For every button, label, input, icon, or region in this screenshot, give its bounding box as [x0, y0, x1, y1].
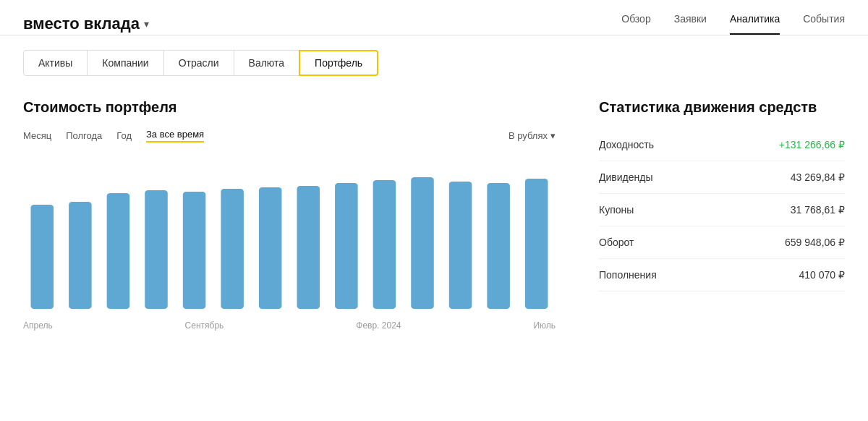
bar-12: [449, 182, 472, 309]
tab-активы[interactable]: Активы: [23, 50, 88, 76]
x-axis-label-3: Июль: [533, 320, 556, 331]
tab-валюта[interactable]: Валюта: [234, 50, 300, 76]
currency-selector[interactable]: В рублях ▾: [509, 130, 556, 141]
header-left: вместо вклада ▾: [23, 14, 149, 33]
nav-item-аналитика[interactable]: Аналитика: [730, 13, 780, 35]
portfolio-section-title: Стоимость портфеля: [23, 99, 556, 116]
time-filter-год[interactable]: Год: [116, 130, 132, 141]
bar-6: [221, 189, 244, 309]
stats-row: Доходность+131 266,66 ₽: [599, 129, 845, 161]
stats-row: Пополнения410 070 ₽: [599, 259, 845, 292]
currency-label: В рублях: [509, 130, 548, 141]
x-axis-label-0: Апрель: [23, 320, 53, 331]
stats-value: 43 269,84 ₽: [791, 171, 845, 183]
bar-14: [525, 179, 548, 309]
stats-label: Пополнения: [599, 269, 657, 281]
header: вместо вклада ▾ ОбзорЗаявкиАналитикаСобы…: [0, 0, 868, 35]
time-filter-полгода[interactable]: Полгода: [66, 130, 102, 141]
time-filter-bar: МесяцПолгодаГодЗа все время В рублях ▾: [23, 129, 556, 143]
nav-item-события[interactable]: События: [803, 13, 845, 35]
tab-компании[interactable]: Компании: [87, 50, 163, 76]
portfolio-title: вместо вклада: [23, 14, 140, 33]
bar-3: [107, 193, 130, 309]
x-axis-label-2: Февр. 2024: [356, 320, 401, 331]
tabs-bar: АктивыКомпанииОтраслиВалютаПортфель: [0, 35, 868, 76]
nav-item-обзор[interactable]: Обзор: [621, 13, 650, 35]
bar-2: [69, 202, 92, 309]
stats-value: +131 266,66 ₽: [779, 139, 845, 150]
portfolio-chart: [23, 157, 556, 316]
main-content: Стоимость портфеля МесяцПолгодаГодЗа все…: [0, 76, 868, 331]
stats-label: Дивиденды: [599, 171, 652, 183]
currency-chevron-icon: ▾: [550, 130, 556, 141]
stats-label: Купоны: [599, 204, 634, 216]
bar-8: [297, 186, 320, 309]
stats-label: Доходность: [599, 139, 654, 150]
stats-section-title: Статистика движения средств: [599, 99, 845, 116]
x-axis-label-1: Сентябрь: [185, 320, 224, 331]
bar-11: [411, 177, 434, 309]
stats-row: Купоны31 768,61 ₽: [599, 194, 845, 226]
tab-портфель[interactable]: Портфель: [299, 50, 378, 76]
bar-13: [487, 183, 510, 309]
stats-row: Оборот659 948,06 ₽: [599, 226, 845, 259]
bar-chart-svg: [23, 157, 556, 316]
right-panel: Статистика движения средств Доходность+1…: [599, 99, 845, 331]
chevron-down-icon[interactable]: ▾: [144, 18, 149, 30]
stats-value: 31 768,61 ₽: [791, 204, 845, 216]
stats-value: 659 948,06 ₽: [785, 237, 845, 248]
stats-label: Оборот: [599, 237, 634, 248]
bar-9: [335, 183, 358, 309]
bar-1: [31, 205, 54, 309]
stats-row: Дивиденды43 269,84 ₽: [599, 161, 845, 194]
time-filter-за-все-время[interactable]: За все время: [146, 129, 204, 143]
bar-5: [183, 192, 206, 309]
bar-7: [259, 187, 282, 309]
header-nav: ОбзорЗаявкиАналитикаСобытия: [621, 13, 845, 35]
x-axis-labels: АпрельСентябрьФевр. 2024Июль: [23, 316, 556, 331]
left-panel: Стоимость портфеля МесяцПолгодаГодЗа все…: [23, 99, 556, 331]
bar-4: [145, 190, 168, 309]
time-filter-месяц[interactable]: Месяц: [23, 130, 51, 141]
stats-value: 410 070 ₽: [799, 269, 846, 281]
nav-item-заявки[interactable]: Заявки: [674, 13, 707, 35]
stats-table: Доходность+131 266,66 ₽Дивиденды43 269,8…: [599, 129, 845, 292]
bar-10: [373, 180, 396, 309]
tab-отрасли[interactable]: Отрасли: [163, 50, 234, 76]
